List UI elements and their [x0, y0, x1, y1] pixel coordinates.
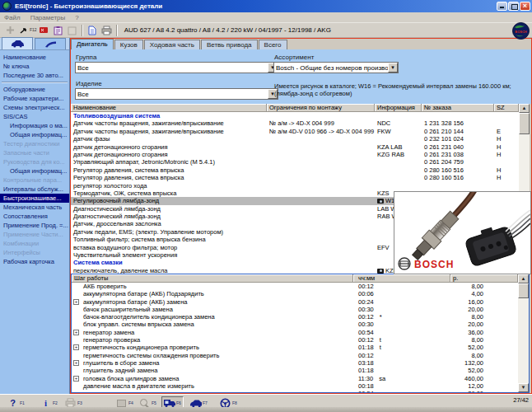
expand-plus-icon[interactable]: + — [73, 299, 79, 305]
scroll-up-icon[interactable]: ▲ — [519, 104, 530, 113]
clipboard-icon[interactable] — [52, 25, 64, 36]
labor-row[interactable]: бачок расширительный замена00:3020,00 — [72, 306, 529, 313]
parts-row[interactable]: регулятор холостого хода — [71, 182, 519, 190]
minimize-button[interactable] — [497, 2, 507, 11]
group-combobox[interactable]: Все — [75, 62, 278, 73]
sidebar-item: Тестер диагностики — [0, 139, 69, 148]
sidebar-tab-vehicle[interactable] — [2, 37, 33, 49]
parts-column-header[interactable]: Наименование — [71, 104, 267, 112]
menu-bar: ФайлПараметры? — [0, 12, 532, 23]
sidebar-item[interactable]: Механическая часть — [0, 203, 69, 212]
filter-panel: Группа Все Изделие Все Ассортимент Bosch… — [71, 49, 531, 104]
sidebar-item[interactable]: Интервалы обслуж... — [0, 185, 69, 194]
parts-row[interactable]: датчик детонационного сгоранияKZA LAB0 2… — [71, 143, 519, 151]
tab-4[interactable]: Всего — [259, 40, 287, 49]
labor-row[interactable]: датчик детонационного сгорания замена00:… — [72, 390, 529, 393]
parts-row[interactable]: датчик фазы0 232 101 024H — [71, 135, 519, 143]
labor-column-header[interactable]: р. — [450, 274, 518, 283]
expand-plus-icon[interactable]: + — [73, 344, 79, 350]
labor-time-value: 11:30 — [358, 375, 373, 382]
sidebar-item[interactable]: Оборудование — [0, 85, 69, 94]
exit-icon[interactable] — [38, 25, 50, 36]
parts-row[interactable]: Управляющий аппарат, Jetronic/Motronic (… — [71, 158, 519, 166]
labor-row[interactable]: бачок-влагоотделитель кондиционера замен… — [72, 313, 529, 321]
sidebar-item[interactable]: № ключа — [0, 62, 69, 71]
labor-row[interactable]: аккумуляторна батаре (АКБ) Подзарядить00… — [72, 290, 529, 297]
parts-row[interactable]: Регулятор давления, система впрыска0 280… — [71, 166, 519, 174]
menu-item-1[interactable]: Параметры — [30, 14, 66, 21]
labor-scrollbar[interactable]: ▲ ▼ — [518, 274, 529, 392]
sidebar-item[interactable]: Сопоставления — [0, 212, 69, 221]
labor-row[interactable]: блок управл. системы впрыска замена00:30… — [72, 321, 529, 328]
parts-column-header[interactable]: № заказа — [422, 104, 494, 112]
scroll-down-icon[interactable]: ▼ — [518, 383, 529, 392]
sidebar-item[interactable]: Общая информац... — [0, 130, 69, 139]
scroll-up-icon[interactable]: ▲ — [518, 274, 529, 283]
labor-row[interactable]: давление масла в двигателе измерить00:18… — [72, 382, 529, 390]
parts-name-cell: Датчик, дроссельная заслонка — [71, 220, 267, 227]
sidebar-tab-parts[interactable] — [35, 38, 66, 49]
scrollbar-thumb[interactable] — [518, 283, 529, 298]
assortment-combobox[interactable]: Bosch - Общие без номеров производител — [273, 62, 399, 73]
close-button[interactable] — [520, 2, 530, 11]
parts-name-cell: вставка воздушного фильтра; мотор — [71, 244, 267, 251]
labor-row[interactable]: герметичность системы охлаждения провери… — [72, 352, 529, 359]
labor-column-header[interactable]: Шаг работы — [72, 274, 353, 283]
expand-plus-icon[interactable]: + — [73, 376, 79, 382]
parts-sz-cell — [494, 119, 519, 127]
sidebar-item[interactable]: Рабочая карточка — [0, 257, 69, 266]
sidebar-item[interactable]: Общая информац... — [0, 166, 69, 176]
product-combobox[interactable]: Все — [75, 88, 278, 100]
menu-item-2[interactable]: ? — [75, 14, 78, 21]
jump-icon[interactable] — [18, 25, 30, 36]
parts-sz-cell: H — [494, 135, 519, 143]
sidebar-item[interactable]: Рабочие характери... — [0, 94, 69, 103]
menu-item-0[interactable]: Файл — [4, 14, 21, 21]
expand-plus-icon[interactable]: + — [73, 330, 79, 335]
labor-row[interactable]: +аккумуляторна батаре (АКБ) замена00:241… — [72, 298, 529, 306]
sidebar-item[interactable]: Информация о ма... — [0, 121, 69, 130]
parts-row[interactable]: Датчик частоты вращения, зажигание/впрыс… — [71, 128, 519, 135]
catalog-note-line1: Имеется рисунок в каталоге; W16 = Рекоме… — [274, 82, 511, 90]
tab-2[interactable]: Ходовая часть — [144, 40, 200, 49]
parts-info-cell — [375, 182, 422, 190]
expand-plus-icon[interactable]: + — [73, 360, 79, 366]
labor-row[interactable]: +головка блока цилиндров замена11:30sa46… — [72, 375, 529, 382]
sidebar-item[interactable]: SIS/CAS — [0, 112, 69, 121]
chevron-down-icon[interactable] — [388, 63, 398, 73]
scrollbar-thumb[interactable] — [519, 113, 530, 134]
body-part-icon — [44, 40, 57, 48]
parts-sz-cell — [494, 182, 519, 190]
parts-row[interactable]: Датчик частоты вращения, зажигание/впрыс… — [71, 119, 519, 127]
sidebar-item[interactable]: Применение Прод. =... — [0, 221, 69, 230]
parts-column-header[interactable]: SZ — [494, 104, 519, 112]
sidebar-item[interactable]: Схемы электрическ... — [0, 103, 69, 112]
labor-row[interactable]: +генератор замена00:5436,00 — [72, 329, 529, 336]
tab-1[interactable]: Кузов — [114, 40, 143, 49]
labor-column-header[interactable]: чч:мм — [353, 274, 450, 283]
sidebar-item[interactable]: Быстроизнашивае... — [0, 194, 69, 203]
labor-name-cell: бачок-влагоотделитель кондиционера замен… — [72, 313, 353, 321]
parts-column-header[interactable]: Информация — [375, 104, 422, 112]
labor-row[interactable]: глушитель задний замена01:1852,00 — [72, 367, 529, 374]
parts-section-row[interactable]: Топливовоздушная система — [71, 112, 519, 119]
labor-row[interactable]: АКБ проверить00:128,00 — [72, 283, 529, 290]
labor-row[interactable]: генератор проверка00:12t8,00 — [72, 336, 529, 344]
labor-table: Шаг работычч:ммр. АКБ проверить00:128,00… — [71, 274, 530, 393]
sidebar-item[interactable]: Последние 30 авто... — [0, 71, 69, 80]
tab-3[interactable]: Ветвь привода — [201, 40, 258, 49]
sidebar-item[interactable]: Наименование — [0, 53, 69, 62]
labor-time-cell: 00:54 — [353, 329, 450, 336]
labor-name-cell: герметичность системы охлаждения провери… — [72, 352, 353, 359]
parts-row[interactable]: Регулятор давления, система впрыска0 280… — [71, 174, 519, 181]
tab-0[interactable]: Двигатель — [71, 39, 114, 49]
labor-row[interactable]: +глушитель в сборе замена03:18132,00 — [72, 359, 529, 367]
parts-row[interactable]: датчик детонационного сгоранияKZG RAB0 2… — [71, 151, 519, 158]
labor-time-cell: 03:18 — [353, 359, 450, 367]
camera-icon — [377, 269, 384, 274]
maximize-button[interactable] — [508, 2, 519, 11]
document-icon[interactable] — [86, 25, 99, 36]
labor-row[interactable]: +герметичность кондиционера проверить01:… — [72, 344, 529, 351]
print-icon[interactable] — [100, 25, 113, 36]
parts-column-header[interactable]: Ограничения по монтажу — [267, 104, 375, 112]
